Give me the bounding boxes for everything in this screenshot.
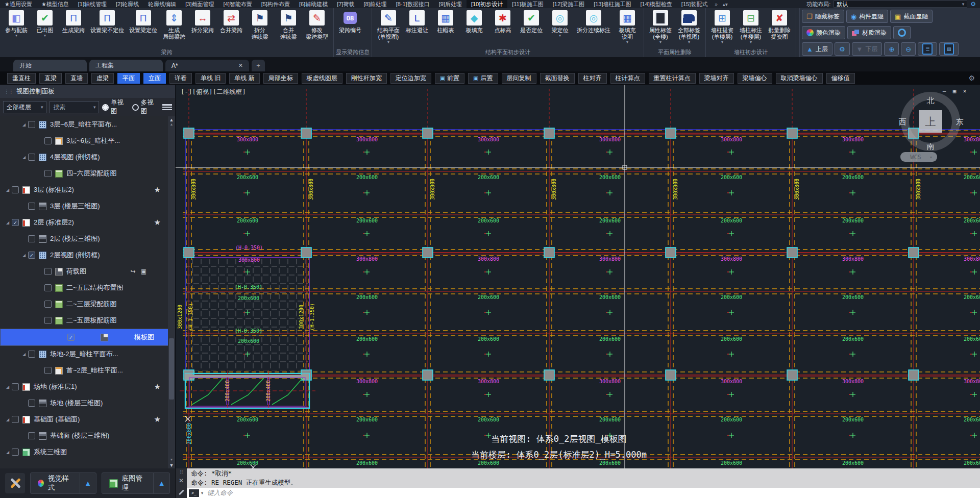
menu-item-18[interactable]: [15]装配式 [677,0,712,8]
search-input[interactable]: 搜索▾ [50,101,99,113]
base-map-button[interactable]: 底图管理 ▲ [102,472,170,494]
toolbar-button-直墙[interactable]: 直墙 [65,73,88,84]
toolbar-button-偏移值[interactable]: 偏移值 [826,73,855,84]
drag-grip-icon[interactable]: ⋮⋮ [4,89,13,94]
menu-item-5[interactable]: [3]截面管理 [181,0,218,8]
ribbon-button-批量删除提资图[interactable]: ✘批量删除提资图 [765,9,794,41]
command-input-row[interactable]: >_ ▾ 键入命令 [187,488,980,498]
scroll-bottom-icon[interactable]: ▼ [169,463,174,468]
toolbar-button-单线 新[interactable]: 单线 新 [229,73,259,84]
multi-view-radio[interactable]: 多视图 [132,98,159,116]
tree-checkbox[interactable] [44,137,52,144]
toolbar-button-后置[interactable]: ▣后置 [468,73,498,84]
menu-item-16[interactable]: [13]墙柱施工图 [589,0,635,8]
ribbon-button-已出图[interactable]: ✔已出图▾ [31,9,59,39]
tree-item-模板图[interactable]: ✓模板图 [0,329,175,346]
menu-item-9[interactable]: [7]荷载 [332,0,359,8]
tree-checkbox[interactable] [12,449,19,456]
tree-item-二~五层结构布置图[interactable]: 二~五层结构布置图 [0,280,175,296]
ribbon-button-拆分梁跨[interactable]: ↔拆分梁跨 [188,9,217,35]
document-tab-A*[interactable]: A*✕ [165,60,249,71]
上层-button[interactable]: ▲上层 [802,42,832,56]
tree-checkbox[interactable] [44,367,52,374]
ribbon-button-是否定位[interactable]: ✔是否定位 [517,9,546,35]
tree-checkbox[interactable] [28,432,35,439]
favorite-star-icon[interactable]: ★ [154,382,161,391]
tree-checkbox[interactable] [44,170,52,177]
tree-checkbox[interactable] [28,351,35,358]
tree-checkbox[interactable] [28,121,35,128]
ribbon-button-参与配筋[interactable]: ◧参与配筋▾ [2,9,31,39]
cad-drawing[interactable]: 200x400200x400300x800300x800300x800300x8… [176,85,980,468]
tree-checkbox[interactable] [12,186,19,193]
menu-item-7[interactable]: [5]构件布置 [257,0,295,8]
layout-select[interactable]: 默认▾ [834,1,967,8]
detach-icon[interactable]: ↪ [131,268,136,275]
toolbar-gear-icon[interactable]: ⚙ [968,74,975,82]
toolbar-button-取消梁墙偏心[interactable]: 取消梁墙偏心 [776,73,823,84]
ribbon-button-梁跨编号[interactable]: 08梁跨编号 [336,9,364,35]
tree-checkbox[interactable] [28,235,35,242]
ribbon-button-板填充说明[interactable]: ▦板填充说明▾ [613,9,642,45]
wrench-icon[interactable] [178,489,184,495]
scroll-top-icon[interactable]: ▲ [169,117,174,122]
toolbar-button-截面替换[interactable]: 截面替换 [540,73,575,84]
tree-checkbox[interactable] [44,268,52,275]
ribbon-button-梁定位[interactable]: ◎梁定位▾ [546,9,574,39]
expand-icon[interactable]: ◢ [21,122,27,127]
toolbar-button-柱计算点[interactable]: 柱计算点 [610,73,645,84]
tree-checkbox[interactable] [12,383,19,390]
menu-item-10[interactable]: [8]前处理 [359,0,391,8]
menu-item-4[interactable]: 轮廓线编辑 [143,0,181,8]
toolbar-button-定位边加宽[interactable]: 定位边加宽 [390,73,431,84]
document-tab-开始[interactable]: 开始 [13,60,87,71]
tree-item-2层 (标准层2)[interactable]: ◢✓2层 (标准层2)★ [0,214,175,231]
menu-item-12[interactable]: [9]后处理 [434,0,467,8]
tree-item-基础面 (基础面)[interactable]: ◢基础面 (基础面)★ [0,411,175,428]
expand-up-icon[interactable]: ▲ [80,479,96,487]
single-view-radio[interactable]: 单视图 [102,98,129,116]
toolbar-button-梁墙偏心[interactable]: 梁墙偏心 [738,73,772,84]
tree-item-系统三维图[interactable]: ◢系统三维图 [0,444,175,460]
材质渲染-button[interactable]: 材质渲染 [847,26,891,39]
toolbar-button-虚梁[interactable]: 虚梁 [91,73,114,84]
visual-style-button[interactable]: 视觉样式 ▲ [30,472,96,494]
tree-item-2层视图 (剖切框)[interactable]: ◢✓2层视图 (剖切框) [0,247,175,263]
tree-item-3层 (标准层2)[interactable]: ◢3层 (标准层2)★ [0,182,175,198]
tree-panel-icon[interactable]: ☰ [918,42,937,56]
zoom-in-icon[interactable]: ⊕ [884,42,899,56]
tree-item-3层 (楼层三维图)[interactable]: 3层 (楼层三维图) [0,198,175,214]
menu-overflow-icon[interactable]: ▴▾ [720,2,730,7]
menu-item-0[interactable]: ★通用设置 [0,0,37,8]
expand-icon[interactable]: ◢ [21,352,27,357]
menu-item-15[interactable]: [12]梁施工图 [548,0,589,8]
ribbon-button-板填充[interactable]: ◆板填充 [460,9,488,35]
chevron-down-icon[interactable]: ▾ [201,491,203,495]
tree-item-3层~6层_暗柱平面布...[interactable]: ◢3层~6层_暗柱平面布... [0,116,175,133]
ribbon-button-生成梁跨[interactable]: Π生成梁跨 [59,9,88,35]
tree-item-场地-2层_暗柱平面布...[interactable]: ◢场地-2层_暗柱平面布... [0,346,175,362]
list-panel-icon[interactable]: ▤ [939,42,959,56]
floor-filter-select[interactable]: 全部楼层▾ [3,101,46,113]
command-input[interactable]: 键入命令 [207,489,233,497]
favorite-star-icon[interactable]: ★ [154,218,161,227]
ribbon-button-拆分连续标注[interactable]: ◎拆分连续标注 [574,9,613,35]
tree-item-荷载图[interactable]: 荷载图↪▣ [0,263,175,280]
toolbar-button-局部坐标[interactable]: 局部坐标 [263,73,298,84]
new-tab-button[interactable]: + [252,60,265,71]
expand-icon[interactable]: ◢ [21,253,27,258]
ribbon-button-设置梁不定位[interactable]: Π设置梁不定位 [88,9,127,35]
ribbon-button-设置梁定位[interactable]: Π设置梁定位 [127,9,160,35]
close-icon[interactable]: ✕ [179,477,184,484]
tree-checkbox[interactable] [44,284,52,291]
settings-gear-icon[interactable]: ⚙ [970,1,976,8]
scroll-down-icon[interactable]: ▼ [170,458,174,461]
ribbon-button-全部标签(单视图)[interactable]: 全部标签(单视图)▾ [675,9,703,45]
toolbar-button-梁墙对齐[interactable]: 梁墙对齐 [699,73,734,84]
tree-item-3层~6层_暗柱平...[interactable]: 3层~6层_暗柱平... [0,133,175,149]
scroll-up-icon[interactable]: ▲ [170,122,174,126]
tree-item-2层 (楼层三维图)[interactable]: 2层 (楼层三维图) [0,231,175,247]
gear-icon[interactable]: ⚙ [835,42,850,56]
menu-item-1[interactable]: ★模型信息 [37,0,74,8]
favorite-star-icon[interactable]: ★ [154,185,161,194]
